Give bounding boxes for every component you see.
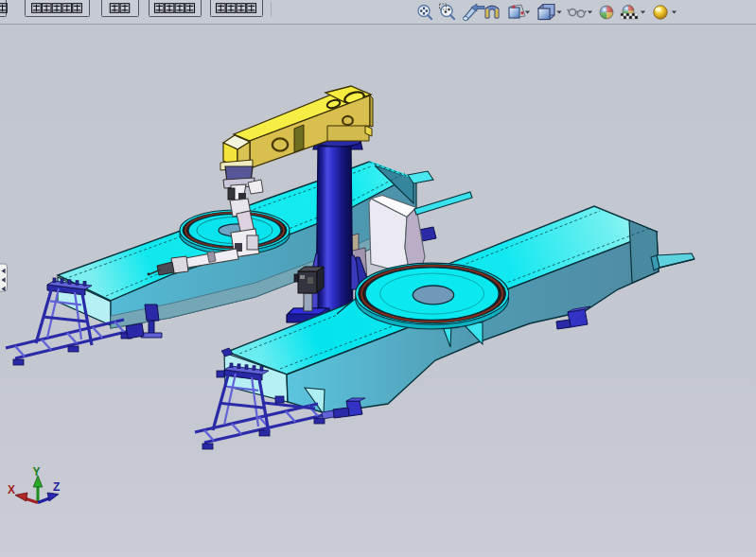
svg-text:X: X [8,483,15,496]
svg-text:Y: Y [33,465,41,479]
svg-text:Z: Z [53,480,60,494]
